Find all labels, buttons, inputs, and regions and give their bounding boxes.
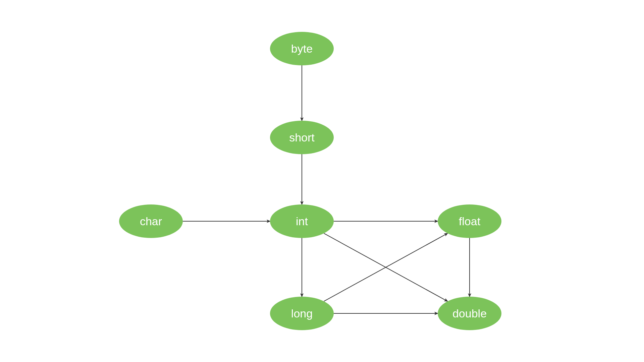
node-label: double bbox=[452, 307, 487, 320]
node-label: short bbox=[289, 131, 315, 144]
node-long: long bbox=[270, 297, 334, 330]
edge-long-to-float bbox=[324, 233, 448, 301]
node-float: float bbox=[438, 204, 501, 238]
node-short: short bbox=[270, 121, 334, 154]
node-char: char bbox=[119, 204, 183, 238]
node-byte: byte bbox=[270, 32, 334, 65]
edge-int-to-double bbox=[324, 233, 448, 301]
type-conversion-diagram: byte short char int float long double bbox=[0, 0, 644, 362]
node-label: int bbox=[296, 215, 308, 228]
node-label: long bbox=[291, 307, 313, 320]
node-label: char bbox=[140, 215, 162, 228]
node-label: float bbox=[459, 215, 480, 228]
node-label: byte bbox=[291, 42, 313, 55]
node-double: double bbox=[438, 297, 501, 330]
node-int: int bbox=[270, 204, 334, 238]
